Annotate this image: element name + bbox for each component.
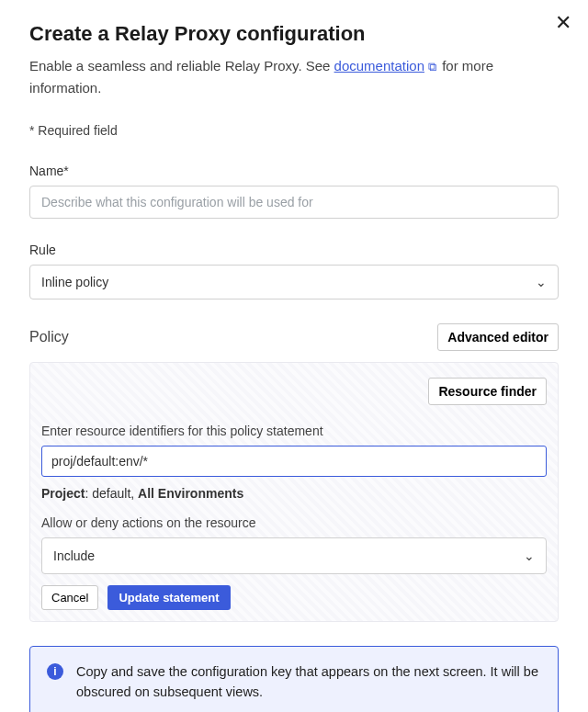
project-prefix: Project bbox=[41, 486, 85, 501]
external-link-icon: ⧉ bbox=[428, 60, 436, 73]
documentation-link[interactable]: documentation bbox=[334, 58, 424, 73]
resource-identifier-label: Enter resource identifiers for this poli… bbox=[41, 424, 547, 438]
policy-title: Policy bbox=[29, 329, 69, 345]
resource-identifier-input[interactable] bbox=[41, 446, 547, 477]
allow-deny-label: Allow or deny actions on the resource bbox=[41, 515, 547, 530]
chevron-down-icon: ⌄ bbox=[524, 548, 535, 563]
policy-editor-panel: Resource finder Enter resource identifie… bbox=[29, 362, 559, 622]
rule-select[interactable]: Inline policy ⌄ bbox=[29, 265, 559, 299]
subtitle-before: Enable a seamless and reliable Relay Pro… bbox=[29, 58, 334, 73]
all-environments: All Environments bbox=[138, 486, 243, 501]
project-name: : default, bbox=[85, 486, 138, 501]
page-subtitle: Enable a seamless and reliable Relay Pro… bbox=[29, 55, 559, 99]
close-button[interactable]: ✕ bbox=[551, 9, 575, 37]
documentation-link-text: documentation bbox=[334, 58, 424, 73]
chevron-down-icon: ⌄ bbox=[536, 275, 547, 289]
info-icon: i bbox=[47, 663, 63, 680]
page-title: Create a Relay Proxy configuration bbox=[29, 22, 559, 46]
rule-selected-value: Inline policy bbox=[41, 275, 108, 289]
rule-label: Rule bbox=[29, 243, 559, 257]
allow-deny-value: Include bbox=[53, 548, 95, 563]
update-statement-button[interactable]: Update statement bbox=[107, 585, 230, 610]
cancel-button[interactable]: Cancel bbox=[41, 585, 98, 610]
advanced-editor-button[interactable]: Advanced editor bbox=[437, 323, 559, 351]
name-label: Name* bbox=[29, 164, 559, 178]
close-icon: ✕ bbox=[555, 11, 571, 34]
resource-finder-button[interactable]: Resource finder bbox=[428, 378, 547, 405]
name-input[interactable] bbox=[29, 186, 559, 219]
allow-deny-select[interactable]: Include ⌄ bbox=[41, 537, 547, 574]
required-field-note: * Required field bbox=[29, 123, 559, 138]
project-summary: Project: default, All Environments bbox=[41, 486, 547, 501]
info-text: Copy and save the configuration key that… bbox=[76, 661, 541, 703]
info-banner: i Copy and save the configuration key th… bbox=[29, 646, 559, 712]
